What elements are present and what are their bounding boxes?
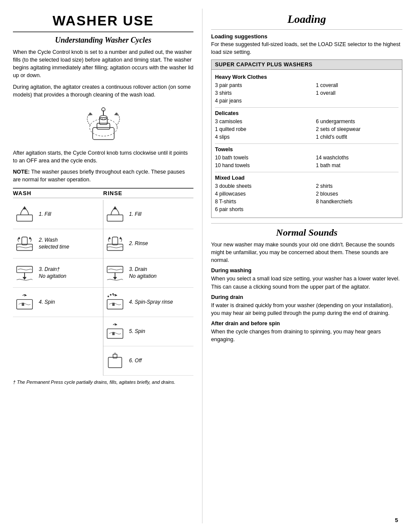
svg-rect-38 (112, 332, 115, 335)
load-items: 3 double sheets4 pillowcases8 T-shirts6 … (215, 182, 399, 213)
load-category-name: Heavy Work Clothes (215, 74, 399, 80)
cycle-header-row: WASH RINSE (13, 188, 193, 198)
svg-marker-17 (22, 277, 26, 280)
sound-section-title: After drain and before spin (211, 320, 402, 327)
wash-step-3-label: 3. Drain†No agitation (39, 266, 66, 280)
load-category-name: Towels (215, 146, 399, 152)
rinse-step-1-label: 1. Fill (129, 211, 142, 218)
loading-suggestions-text: For these suggested full-sized loads, se… (211, 41, 402, 56)
svg-rect-27 (107, 266, 123, 273)
load-category: Mixed Load3 double sheets4 pillowcases8 … (215, 172, 399, 216)
cycle-section: WASH RINSE (13, 188, 193, 376)
svg-rect-39 (108, 358, 121, 368)
page-title: WASHER USE (13, 13, 193, 29)
wash-spin-icon (15, 292, 36, 313)
sounds-list: During washingWhen you select a small lo… (211, 268, 402, 343)
normal-sounds-title: Normal Sounds (211, 227, 402, 238)
rinse-spin-spray-icon (105, 292, 127, 313)
cycle-rows: 1. Fill (13, 200, 193, 376)
section-title: Understanding Washer Cycles (13, 36, 193, 45)
sound-section-title: During drain (211, 294, 402, 300)
wash-step-2: 2. Washselected time (13, 229, 103, 258)
load-items-right: 14 washcloths1 bath mat (316, 154, 399, 169)
load-category: Delicates3 camisoles1 quilted robe4 slip… (215, 108, 399, 144)
note-text: NOTE: The washer pauses briefly througho… (13, 168, 193, 184)
rinse-step-3: 3. DrainNo agitation (103, 258, 194, 288)
load-items-left: 3 double sheets4 pillowcases8 T-shirts6 … (215, 182, 316, 213)
rinse-step-1: 1. Fill (103, 200, 194, 229)
wash-header: WASH (13, 190, 103, 196)
svg-point-34 (112, 293, 114, 295)
load-items-left: 10 bath towels10 hand towels (215, 154, 316, 169)
page-number: 5 (395, 517, 398, 523)
wash-step-1-label: 1. Fill (39, 211, 51, 218)
rinse-steps: 1. Fill (103, 200, 194, 376)
wash-agitate-icon (15, 233, 36, 254)
svg-rect-24 (112, 237, 118, 245)
svg-rect-9 (17, 215, 33, 221)
capacity-content: Heavy Work Clothes3 pair pants3 shirts4 … (212, 70, 402, 218)
wash-step-2-label: 2. Washselected time (39, 237, 69, 250)
svg-marker-7 (88, 112, 93, 115)
svg-rect-21 (107, 215, 123, 221)
para3: After agitation starts, the Cycle Contro… (13, 149, 193, 165)
load-items-right: 2 shirts2 blouses8 handkerchiefs (316, 182, 399, 213)
rinse-step-2: 2. Rinse (103, 229, 194, 258)
left-column: WASHER USE Understanding Washer Cycles W… (0, 9, 202, 523)
footnote: † The Permanent Press cycle partially dr… (13, 379, 193, 386)
normal-sounds-intro: Your new washer may make sounds your old… (211, 241, 402, 264)
rinse-step-5-label: 5. Spin (129, 328, 145, 335)
load-items: 10 bath towels10 hand towels14 washcloth… (215, 154, 399, 169)
rinse-step-4: 4. Spin-Spray rinse (103, 288, 194, 317)
rinse-fill-icon (105, 204, 127, 225)
svg-rect-20 (22, 303, 25, 306)
svg-point-32 (107, 296, 109, 297)
wash-step-3: 3. Drain†No agitation (13, 258, 103, 288)
sound-section-text: When the cycle changes from draining to … (211, 328, 402, 343)
rinse-agitate-icon (105, 233, 127, 254)
rinse-spin-icon (105, 321, 127, 342)
wash-step-1: 1. Fill (13, 200, 103, 229)
para2: During agitation, the agitator creates a… (13, 83, 193, 99)
rinse-step-3-label: 3. DrainNo agitation (129, 266, 157, 280)
rinse-step-2-label: 2. Rinse (129, 240, 148, 247)
right-column: Loading Loading suggestions For these su… (202, 9, 411, 523)
rinse-step-6-label: 6. Off (129, 358, 142, 364)
rinse-step-5: 5. Spin (103, 317, 194, 346)
load-items-right: 1 coverall1 overall (316, 81, 399, 105)
para1: When the Cycle Control knob is set to a … (13, 48, 193, 80)
sound-section-text: When you select a small load size settin… (211, 275, 402, 290)
load-items: 3 camisoles1 quilted robe4 slips6 underg… (215, 118, 399, 141)
capacity-header: SUPER CAPACITY PLUS WASHERS (212, 60, 402, 70)
svg-marker-8 (114, 112, 118, 115)
svg-rect-1 (97, 123, 110, 129)
rinse-step-4-label: 4. Spin-Spray rinse (129, 299, 173, 306)
load-category-name: Delicates (215, 110, 399, 116)
load-items-left: 3 pair pants3 shirts4 pair jeans (215, 81, 316, 105)
loading-title: Loading (211, 13, 402, 26)
svg-rect-12 (22, 237, 28, 245)
wash-drain-icon (15, 262, 36, 283)
load-category: Towels10 bath towels10 hand towels14 was… (215, 144, 399, 172)
load-category: Heavy Work Clothes3 pair pants3 shirts4 … (215, 72, 399, 108)
agitator-image (13, 104, 193, 144)
svg-rect-15 (17, 266, 33, 273)
svg-marker-22 (113, 206, 117, 209)
wash-fill-icon (15, 204, 36, 225)
wash-steps: 1. Fill (13, 200, 103, 376)
wash-step-4-label: 4. Spin (39, 299, 55, 306)
capacity-box: SUPER CAPACITY PLUS WASHERS Heavy Work C… (211, 59, 402, 218)
svg-rect-35 (112, 303, 115, 306)
rinse-drain-icon (105, 262, 127, 283)
load-items-left: 3 camisoles1 quilted robe4 slips (215, 118, 316, 141)
rinse-header: RINSE (103, 190, 194, 196)
rinse-off-icon (105, 350, 127, 371)
svg-point-33 (110, 294, 112, 296)
load-category-name: Mixed Load (215, 175, 399, 181)
sound-section-title: During washing (211, 268, 402, 274)
load-items: 3 pair pants3 shirts4 pair jeans1 covera… (215, 81, 399, 105)
wash-step-4: 4. Spin (13, 288, 103, 317)
svg-marker-10 (22, 206, 26, 209)
sound-section-text: If water is drained quickly from your wa… (211, 302, 402, 317)
svg-marker-29 (113, 277, 117, 280)
